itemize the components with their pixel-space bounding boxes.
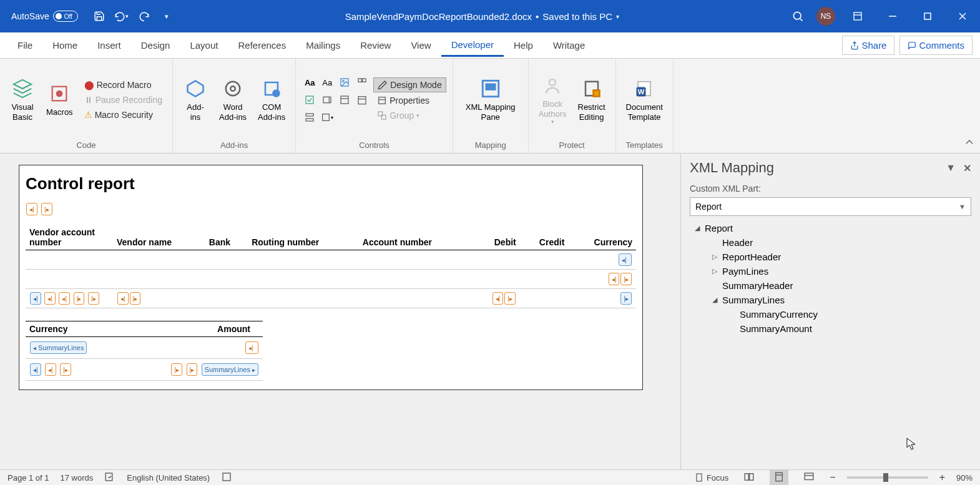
tab-file[interactable]: File xyxy=(7,35,42,56)
tab-insert[interactable]: Insert xyxy=(87,35,131,56)
tab-references[interactable]: References xyxy=(228,35,296,56)
cc-tag[interactable]: ◂| xyxy=(609,273,620,285)
share-button[interactable]: Share xyxy=(842,36,894,55)
redo-icon[interactable] xyxy=(135,7,153,25)
tab-review[interactable]: Review xyxy=(350,35,401,56)
tree-node-summaryheader[interactable]: SummaryHeader xyxy=(707,278,971,293)
accessibility-icon[interactable] xyxy=(221,471,232,484)
cc-tag[interactable]: ◂| xyxy=(30,292,41,305)
maximize-icon[interactable] xyxy=(915,4,940,29)
focus-button[interactable]: Focus xyxy=(694,473,728,483)
tab-home[interactable]: Home xyxy=(42,35,87,56)
cc-tag[interactable]: |▸ xyxy=(88,292,99,305)
block-authors-button[interactable]: Block Authors▾ xyxy=(535,61,571,139)
legacy-tools-icon[interactable]: ▾ xyxy=(320,110,335,125)
cc-tag[interactable]: |▸ xyxy=(130,292,141,305)
tree-node-header[interactable]: Header xyxy=(707,235,971,250)
cc-summarylines[interactable]: ◂ SummaryLines xyxy=(30,341,87,354)
spellcheck-icon[interactable] xyxy=(104,471,115,484)
cc-tag[interactable]: ◂| xyxy=(44,292,56,305)
user-avatar[interactable]: NS xyxy=(816,7,835,26)
tree-node-summarycurrency[interactable]: SummaryCurrency xyxy=(725,307,971,321)
cc-tag[interactable]: |▸ xyxy=(171,363,182,376)
cc-tag[interactable]: |▸ xyxy=(74,292,85,305)
zoom-thumb[interactable] xyxy=(883,473,888,482)
record-macro-button[interactable]: ⬤Record Macro xyxy=(81,78,166,92)
cc-tag[interactable]: |▸ xyxy=(187,363,198,376)
checkbox-control-icon[interactable] xyxy=(302,92,317,107)
cc-tag-open[interactable]: ◂| xyxy=(26,203,37,215)
rich-text-control-icon[interactable]: Aa xyxy=(302,75,317,90)
repeating-control-icon[interactable] xyxy=(302,110,317,125)
web-layout-icon[interactable] xyxy=(800,470,818,486)
tree-node-summaryamount[interactable]: SummaryAmount xyxy=(725,321,971,336)
tree-node-summarylines[interactable]: ◢SummaryLines xyxy=(707,293,971,307)
zoom-slider[interactable] xyxy=(847,476,928,479)
comments-button[interactable]: Comments xyxy=(899,36,973,55)
date-control-icon[interactable] xyxy=(355,92,370,107)
picture-control-icon[interactable] xyxy=(337,75,352,90)
tree-node-report[interactable]: ◢Report xyxy=(690,221,971,235)
tab-writage[interactable]: Writage xyxy=(543,35,595,56)
collapse-ribbon-icon[interactable] xyxy=(965,138,974,149)
combobox-control-icon[interactable] xyxy=(320,92,335,107)
status-words[interactable]: 17 words xyxy=(61,473,94,483)
tree-node-reportheader[interactable]: ▷ReportHeader xyxy=(707,250,971,264)
print-layout-icon[interactable] xyxy=(770,470,788,486)
search-icon[interactable] xyxy=(789,7,806,25)
cc-tag[interactable]: ◂| xyxy=(492,292,504,305)
cc-tag[interactable]: ◂| xyxy=(117,292,129,305)
pane-close-icon[interactable]: ✕ xyxy=(963,162,971,174)
macros-button[interactable]: Macros xyxy=(42,61,77,139)
cc-tag[interactable]: ◂| xyxy=(45,363,56,376)
xml-part-select[interactable]: Report ▼ xyxy=(690,197,971,216)
zoom-level[interactable]: 90% xyxy=(956,473,973,483)
word-addins-button[interactable]: Word Add-ins xyxy=(215,61,250,139)
ribbon-display-icon[interactable] xyxy=(845,4,870,29)
cc-tag[interactable]: ◂| xyxy=(619,253,632,266)
cc-tag[interactable]: ◂| xyxy=(30,363,41,376)
toggle-track[interactable]: Off xyxy=(53,11,78,22)
zoom-out-icon[interactable]: − xyxy=(830,472,835,483)
macro-security-button[interactable]: ⚠Macro Security xyxy=(81,108,166,122)
document-area[interactable]: Control report ◂| |▸ Vendor account numb… xyxy=(0,154,680,469)
properties-button[interactable]: Properties xyxy=(373,94,446,107)
save-icon[interactable] xyxy=(91,7,108,25)
tab-help[interactable]: Help xyxy=(504,35,543,56)
close-icon[interactable] xyxy=(950,4,975,29)
cc-tag[interactable]: ◂| xyxy=(59,292,70,305)
undo-icon[interactable]: ▾ xyxy=(113,7,130,25)
plain-text-control-icon[interactable]: Aa xyxy=(320,75,335,90)
tab-view[interactable]: View xyxy=(401,35,441,56)
zoom-in-icon[interactable]: + xyxy=(939,472,945,483)
tab-layout[interactable]: Layout xyxy=(180,35,228,56)
tree-node-paymlines[interactable]: ▷PaymLines xyxy=(707,264,971,278)
read-mode-icon[interactable] xyxy=(740,470,758,486)
com-addins-button[interactable]: COM Add-ins xyxy=(254,61,289,139)
cc-tag[interactable]: |▸ xyxy=(504,292,516,305)
dropdown-control-icon[interactable] xyxy=(337,92,352,107)
document-template-button[interactable]: WDocument Template xyxy=(622,61,667,139)
design-mode-button[interactable]: Design Mode xyxy=(373,77,446,92)
building-block-control-icon[interactable] xyxy=(355,75,370,90)
pane-dropdown-icon[interactable]: ▼ xyxy=(946,162,956,174)
xml-mapping-pane-button[interactable]: XML Mapping Pane xyxy=(459,61,522,139)
tab-developer[interactable]: Developer xyxy=(441,34,504,57)
cc-tag[interactable]: ◂| xyxy=(245,341,258,354)
tab-design[interactable]: Design xyxy=(131,35,180,56)
restrict-editing-button[interactable]: Restrict Editing xyxy=(574,61,609,139)
status-language[interactable]: English (United States) xyxy=(127,473,210,483)
cc-tag[interactable]: |▸ xyxy=(620,292,632,305)
cc-tag[interactable]: |▸ xyxy=(60,363,71,376)
visual-basic-button[interactable]: Visual Basic xyxy=(6,61,39,139)
status-page[interactable]: Page 1 of 1 xyxy=(7,473,49,483)
cc-tag-close[interactable]: |▸ xyxy=(41,203,52,215)
title-dropdown-icon[interactable]: ▾ xyxy=(616,13,619,20)
cc-tag[interactable]: |▸ xyxy=(620,273,632,285)
cc-summarylines-end[interactable]: SummaryLines ▸ xyxy=(202,363,258,376)
tab-mailings[interactable]: Mailings xyxy=(296,35,350,56)
autosave-toggle[interactable]: AutoSave Off xyxy=(11,11,78,22)
addins-button[interactable]: Add- ins xyxy=(179,61,212,139)
minimize-icon[interactable] xyxy=(880,4,905,29)
customize-qat-icon[interactable]: ▾ xyxy=(158,7,175,25)
